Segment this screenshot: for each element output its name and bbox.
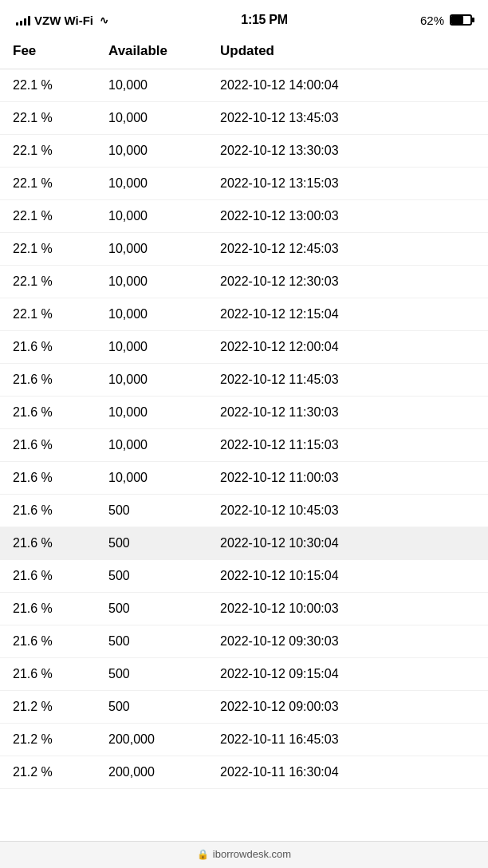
cell-available: 200,000 [96, 756, 207, 789]
table-row: 21.6 %5002022-10-12 10:30:04 [0, 527, 488, 560]
table-row: 21.6 %10,0002022-10-12 11:30:03 [0, 397, 488, 429]
cell-fee: 21.6 % [0, 397, 96, 429]
cell-available: 500 [96, 625, 207, 658]
table-row: 22.1 %10,0002022-10-12 12:30:03 [0, 266, 488, 298]
cell-available: 10,000 [96, 331, 207, 364]
table-row: 21.6 %5002022-10-12 10:45:03 [0, 495, 488, 527]
cell-available: 10,000 [96, 168, 207, 200]
table-row: 21.6 %5002022-10-12 09:30:03 [0, 625, 488, 658]
table-row: 21.6 %10,0002022-10-12 11:15:03 [0, 429, 488, 462]
cell-available: 500 [96, 560, 207, 593]
cell-updated: 2022-10-12 13:00:03 [207, 200, 488, 233]
cell-available: 500 [96, 593, 207, 625]
cell-fee: 21.6 % [0, 527, 96, 560]
cell-available: 10,000 [96, 462, 207, 495]
cell-available: 10,000 [96, 429, 207, 462]
cell-fee: 21.6 % [0, 331, 96, 364]
table-row: 21.6 %5002022-10-12 10:15:04 [0, 560, 488, 593]
table-row: 22.1 %10,0002022-10-12 13:30:03 [0, 135, 488, 168]
cell-available: 10,000 [96, 397, 207, 429]
cell-updated: 2022-10-12 11:30:03 [207, 397, 488, 429]
table-row: 21.6 %10,0002022-10-12 11:00:03 [0, 462, 488, 495]
cell-fee: 21.2 % [0, 756, 96, 789]
cell-updated: 2022-10-12 14:00:04 [207, 69, 488, 102]
cell-fee: 22.1 % [0, 168, 96, 200]
cell-fee: 21.6 % [0, 462, 96, 495]
cell-fee: 21.6 % [0, 593, 96, 625]
cell-updated: 2022-10-12 12:30:03 [207, 266, 488, 298]
cell-updated: 2022-10-11 16:30:04 [207, 756, 488, 789]
data-table: Fee Available Updated 22.1 %10,0002022-1… [0, 35, 488, 789]
table-row: 22.1 %10,0002022-10-12 13:00:03 [0, 200, 488, 233]
cell-updated: 2022-10-12 11:45:03 [207, 364, 488, 397]
cell-fee: 22.1 % [0, 200, 96, 233]
cell-updated: 2022-10-12 12:15:04 [207, 298, 488, 331]
cell-updated: 2022-10-12 10:15:04 [207, 560, 488, 593]
table-row: 21.6 %10,0002022-10-12 11:45:03 [0, 364, 488, 397]
cell-fee: 21.6 % [0, 364, 96, 397]
table-row: 21.6 %5002022-10-12 10:00:03 [0, 593, 488, 625]
cell-fee: 21.6 % [0, 429, 96, 462]
table-body: 22.1 %10,0002022-10-12 14:00:0422.1 %10,… [0, 69, 488, 789]
table-row: 22.1 %10,0002022-10-12 12:15:04 [0, 298, 488, 331]
cell-updated: 2022-10-12 11:15:03 [207, 429, 488, 462]
cell-available: 500 [96, 527, 207, 560]
footer-domain: iborrowdesk.com [213, 848, 291, 860]
signal-bars-icon [16, 14, 30, 26]
table-row: 21.2 %5002022-10-12 09:00:03 [0, 691, 488, 724]
cell-fee: 21.6 % [0, 495, 96, 527]
cell-available: 10,000 [96, 298, 207, 331]
cell-available: 500 [96, 691, 207, 724]
cell-updated: 2022-10-12 10:30:04 [207, 527, 488, 560]
footer: 🔒 iborrowdesk.com [0, 841, 488, 868]
cell-updated: 2022-10-12 09:00:03 [207, 691, 488, 724]
cell-fee: 21.2 % [0, 691, 96, 724]
signal-bar-2 [20, 21, 22, 26]
cell-available: 10,000 [96, 102, 207, 135]
table-row: 21.6 %10,0002022-10-12 12:00:04 [0, 331, 488, 364]
cell-fee: 21.6 % [0, 625, 96, 658]
cell-fee: 21.6 % [0, 560, 96, 593]
cell-fee: 22.1 % [0, 102, 96, 135]
lock-icon: 🔒 [197, 849, 209, 860]
time-label: 1:15 PM [241, 13, 287, 27]
status-bar: VZW Wi-Fi ∿ 1:15 PM 62% [0, 0, 488, 35]
table-row: 21.6 %5002022-10-12 09:15:04 [0, 658, 488, 691]
cell-fee: 22.1 % [0, 69, 96, 102]
carrier-label: VZW Wi-Fi [34, 14, 93, 27]
cell-updated: 2022-10-12 09:30:03 [207, 625, 488, 658]
wifi-icon: ∿ [100, 14, 108, 26]
cell-updated: 2022-10-12 09:15:04 [207, 658, 488, 691]
cell-available: 10,000 [96, 364, 207, 397]
col-header-fee: Fee [0, 35, 96, 69]
cell-fee: 22.1 % [0, 135, 96, 168]
cell-available: 200,000 [96, 724, 207, 756]
cell-updated: 2022-10-12 10:45:03 [207, 495, 488, 527]
col-header-updated: Updated [207, 35, 488, 69]
cell-fee: 22.1 % [0, 266, 96, 298]
cell-fee: 21.2 % [0, 724, 96, 756]
table-row: 21.2 %200,0002022-10-11 16:45:03 [0, 724, 488, 756]
cell-fee: 22.1 % [0, 233, 96, 266]
cell-available: 10,000 [96, 200, 207, 233]
cell-available: 10,000 [96, 266, 207, 298]
cell-updated: 2022-10-11 16:45:03 [207, 724, 488, 756]
cell-fee: 21.6 % [0, 658, 96, 691]
cell-updated: 2022-10-12 11:00:03 [207, 462, 488, 495]
cell-updated: 2022-10-12 12:00:04 [207, 331, 488, 364]
cell-available: 10,000 [96, 135, 207, 168]
cell-updated: 2022-10-12 13:30:03 [207, 135, 488, 168]
table-row: 21.2 %200,0002022-10-11 16:30:04 [0, 756, 488, 789]
table-row: 22.1 %10,0002022-10-12 13:15:03 [0, 168, 488, 200]
cell-available: 500 [96, 658, 207, 691]
data-table-container: Fee Available Updated 22.1 %10,0002022-1… [0, 35, 488, 789]
battery-fill [451, 16, 463, 24]
cell-updated: 2022-10-12 10:00:03 [207, 593, 488, 625]
status-left: VZW Wi-Fi ∿ [16, 14, 108, 27]
signal-bar-1 [16, 22, 18, 26]
cell-updated: 2022-10-12 13:45:03 [207, 102, 488, 135]
cell-available: 10,000 [96, 233, 207, 266]
signal-bar-3 [24, 18, 26, 26]
battery-icon [450, 14, 472, 26]
table-row: 22.1 %10,0002022-10-12 13:45:03 [0, 102, 488, 135]
